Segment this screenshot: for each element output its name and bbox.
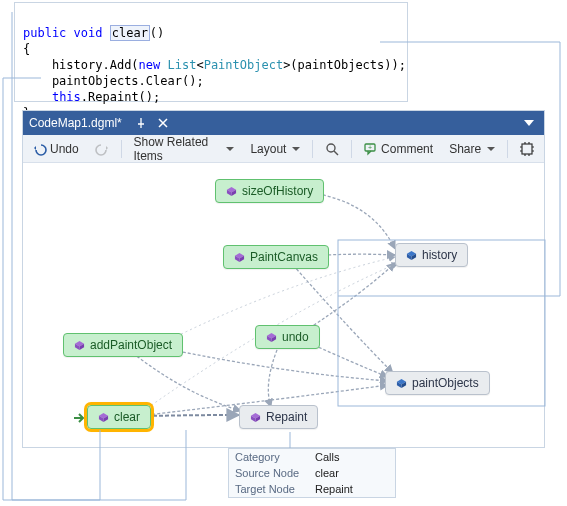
method-icon [98, 412, 109, 423]
tooltip-value: Repaint [315, 483, 353, 495]
keyword-void: void [74, 26, 103, 40]
field-icon [406, 250, 417, 261]
node-label: sizeOfHistory [242, 184, 313, 198]
node-label: Repaint [266, 410, 307, 424]
codemap-toolbar: Undo Show Related Items Layout + Comment… [23, 135, 544, 163]
tooltip-value: Calls [315, 451, 339, 463]
brace-open: { [23, 42, 30, 56]
keyword-this: this [52, 90, 81, 104]
share-label: Share [449, 142, 481, 156]
node-label: PaintCanvas [250, 250, 318, 264]
layout-dropdown[interactable]: Layout [246, 138, 304, 160]
node-label: clear [114, 410, 140, 424]
pin-icon[interactable] [132, 114, 150, 132]
tooltip-key: Source Node [235, 467, 315, 479]
undo-button[interactable]: Undo [29, 138, 83, 160]
node-sizeofhistory[interactable]: sizeOfHistory [215, 179, 324, 203]
keyword-public: public [23, 26, 66, 40]
code-line: history.Add( [23, 58, 139, 72]
node-repaint[interactable]: Repaint [239, 405, 318, 429]
svg-text:+: + [368, 143, 372, 150]
codemap-title: CodeMap1.dgml* [29, 116, 122, 130]
node-addpaintobject[interactable]: addPaintObject [63, 333, 183, 357]
node-label: addPaintObject [90, 338, 172, 352]
zoom-fit-button[interactable] [516, 138, 538, 160]
codemap-canvas[interactable]: sizeOfHistory PaintCanvas addPaintObject… [23, 163, 544, 447]
method-icon [250, 412, 261, 423]
code-line [160, 58, 167, 72]
show-related-items-dropdown[interactable]: Show Related Items [130, 138, 239, 160]
code-snippet-panel: public void clear() { history.Add(new Li… [14, 2, 408, 102]
node-paintcanvas[interactable]: PaintCanvas [223, 245, 329, 269]
tooltip-key: Category [235, 451, 315, 463]
method-icon [234, 252, 245, 263]
node-paintobjects[interactable]: paintObjects [385, 371, 490, 395]
redo-button[interactable] [91, 138, 113, 160]
node-clear[interactable]: clear [87, 405, 151, 429]
type-list: List [168, 58, 197, 72]
field-icon [396, 378, 407, 389]
codemap-titlebar[interactable]: CodeMap1.dgml* [23, 111, 544, 135]
comment-button[interactable]: + Comment [360, 138, 437, 160]
type-paintobject: PaintObject [204, 58, 283, 72]
code-line: >(paintObjects)); [283, 58, 406, 72]
code-line: .Repaint(); [81, 90, 160, 104]
close-icon[interactable] [154, 114, 172, 132]
comment-label: Comment [381, 142, 433, 156]
method-parens: () [150, 26, 164, 40]
node-label: history [422, 248, 457, 262]
entry-arrow-icon [73, 412, 83, 422]
svg-rect-3 [522, 144, 532, 154]
node-label: paintObjects [412, 376, 479, 390]
code-line: < [196, 58, 203, 72]
show-related-label: Show Related Items [134, 135, 221, 163]
find-button[interactable] [321, 138, 343, 160]
tooltip-key: Target Node [235, 483, 315, 495]
node-history[interactable]: history [395, 243, 468, 267]
method-icon [74, 340, 85, 351]
method-name-highlight[interactable]: clear [110, 25, 150, 41]
node-undo[interactable]: undo [255, 325, 320, 349]
svg-point-0 [327, 144, 335, 152]
undo-label: Undo [50, 142, 79, 156]
method-icon [266, 332, 277, 343]
window-menu-icon[interactable] [520, 114, 538, 132]
node-label: undo [282, 330, 309, 344]
layout-label: Layout [250, 142, 286, 156]
code-line: paintObjects.Clear(); [23, 74, 204, 88]
share-dropdown[interactable]: Share [445, 138, 499, 160]
keyword-new: new [139, 58, 161, 72]
codemap-window: CodeMap1.dgml* Undo Show Related Items L… [22, 110, 545, 448]
edge-tooltip: CategoryCalls Source Nodeclear Target No… [228, 448, 396, 498]
method-icon [226, 186, 237, 197]
tooltip-value: clear [315, 467, 339, 479]
